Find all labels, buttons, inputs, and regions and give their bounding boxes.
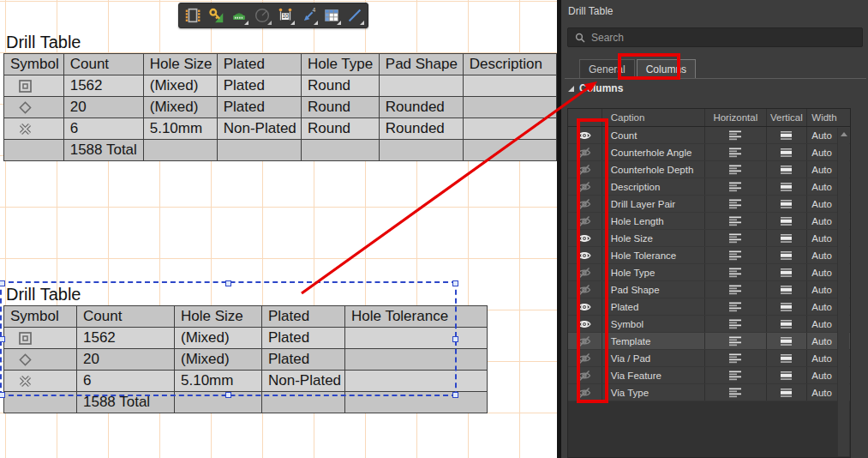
align-left-icon[interactable]: [705, 127, 767, 143]
align-left-icon[interactable]: [705, 281, 767, 298]
fanout-button[interactable]: 4: [296, 4, 320, 27]
align-left-icon[interactable]: [705, 350, 767, 366]
visibility-on-eye-icon[interactable]: [568, 316, 602, 332]
dropdown-corner-icon: [267, 21, 272, 25]
line-tool-button[interactable]: [343, 4, 366, 27]
pcb-canvas[interactable]: 104 Drill Table SymbolCountHole SizePlat…: [0, 0, 557, 458]
table-cell: Non-Plated: [217, 118, 301, 140]
grid-row[interactable]: Counterhole AngleAuto: [568, 144, 850, 161]
table-cell: [345, 328, 488, 349]
visibility-off-eye-icon[interactable]: [568, 178, 602, 195]
grid-scrollbar[interactable]: [837, 128, 849, 456]
align-middle-icon[interactable]: [767, 178, 808, 195]
align-middle-icon[interactable]: [767, 127, 808, 143]
visibility-on-eye-icon[interactable]: [568, 127, 602, 143]
align-middle-icon[interactable]: [767, 196, 808, 212]
align-left-icon[interactable]: [705, 213, 767, 229]
align-left-icon[interactable]: [705, 264, 767, 280]
grid-row[interactable]: DescriptionAuto: [568, 178, 850, 196]
visibility-on-eye-icon[interactable]: [568, 298, 602, 315]
align-left-icon[interactable]: [705, 178, 767, 195]
search-input[interactable]: Search: [567, 27, 863, 47]
via-stitching-button[interactable]: [227, 4, 250, 27]
align-middle-icon[interactable]: [767, 350, 808, 366]
table-row: 1562(Mixed)PlatedRound: [4, 75, 557, 97]
dimension-button[interactable]: 10: [273, 4, 296, 27]
align-left-icon[interactable]: [705, 144, 767, 160]
visibility-off-eye-icon[interactable]: [568, 264, 602, 280]
align-left-icon[interactable]: [705, 316, 767, 332]
align-middle-icon[interactable]: [767, 333, 808, 349]
align-middle-icon[interactable]: [767, 367, 808, 383]
visibility-on-eye-icon[interactable]: [568, 247, 602, 263]
visibility-off-eye-icon[interactable]: [568, 350, 602, 366]
visibility-off-eye-icon[interactable]: [568, 333, 602, 349]
align-middle-icon[interactable]: [767, 161, 808, 178]
table-cell: [262, 392, 345, 413]
total-cell: 1588 Total: [63, 140, 143, 161]
visibility-off-eye-icon[interactable]: [568, 144, 602, 160]
scroll-up-arrow-icon[interactable]: [841, 132, 847, 136]
table-button[interactable]: [320, 4, 343, 27]
visibility-off-eye-icon[interactable]: [568, 161, 602, 178]
table-cell: 6: [77, 371, 175, 392]
grid-row[interactable]: Via FeatureAuto: [568, 367, 850, 384]
grid-row[interactable]: PlatedAuto: [568, 298, 850, 316]
align-left-icon[interactable]: [705, 298, 767, 315]
table-row: 65.10mmNon-PlatedRoundRounded: [4, 118, 557, 140]
table-cell: [4, 392, 77, 413]
table-cell: 1562: [63, 75, 143, 97]
visibility-off-eye-icon[interactable]: [568, 196, 602, 212]
drill-table-object[interactable]: Drill Table SymbolCountHole SizePlatedHo…: [3, 33, 557, 161]
grid-row[interactable]: Hole SizeAuto: [568, 230, 850, 247]
align-left-icon[interactable]: [705, 333, 767, 349]
visibility-off-eye-icon[interactable]: [568, 367, 602, 383]
table-cell: Plated: [217, 97, 301, 118]
selection-handle[interactable]: [0, 280, 5, 286]
align-middle-icon[interactable]: [767, 384, 808, 401]
grid-row[interactable]: Drill Layer PairAuto: [568, 196, 850, 213]
drill-table-object-selected[interactable]: Drill Table SymbolCountHole SizePlatedHo…: [3, 285, 488, 413]
cross-symbol: [4, 118, 64, 140]
grid-row[interactable]: Via TypeAuto: [568, 384, 850, 401]
align-left-icon[interactable]: [705, 367, 767, 383]
align-left-icon[interactable]: [705, 161, 767, 178]
grid-row[interactable]: Counterhole DepthAuto: [568, 161, 850, 178]
grid-row[interactable]: Via / PadAuto: [568, 350, 850, 367]
grid-row[interactable]: SymbolAuto: [568, 316, 850, 333]
visibility-off-eye-icon[interactable]: [568, 384, 602, 401]
grid-row[interactable]: Hole ToleranceAuto: [568, 247, 850, 264]
grid-row[interactable]: CountAuto: [568, 127, 850, 144]
grid-row[interactable]: Pad ShapeAuto: [568, 281, 850, 298]
align-middle-icon[interactable]: [767, 144, 808, 160]
interactive-routing-button[interactable]: [204, 4, 227, 27]
align-left-icon[interactable]: [705, 196, 767, 212]
column-caption: Via / Pad: [602, 350, 705, 366]
align-left-icon[interactable]: [705, 230, 767, 246]
table-cell: Round: [301, 97, 379, 118]
align-left-icon[interactable]: [705, 384, 767, 401]
grid-row[interactable]: Hole LengthAuto: [568, 213, 850, 230]
tab-general[interactable]: General: [579, 59, 635, 79]
columns-section-header[interactable]: Columns: [567, 82, 623, 94]
grid-column-header: Vertical: [767, 109, 808, 126]
column-header: Hole Size: [143, 54, 217, 75]
table-cell: [217, 140, 301, 161]
align-middle-icon[interactable]: [767, 213, 808, 229]
visibility-off-eye-icon[interactable]: [568, 281, 602, 298]
align-left-icon[interactable]: [705, 247, 767, 263]
visibility-off-eye-icon[interactable]: [568, 213, 602, 229]
board-clipping-button[interactable]: [181, 4, 204, 27]
align-middle-icon[interactable]: [767, 230, 808, 246]
align-middle-icon[interactable]: [767, 264, 808, 280]
visibility-on-eye-icon[interactable]: [568, 230, 602, 246]
align-middle-icon[interactable]: [767, 281, 808, 298]
align-middle-icon[interactable]: [767, 298, 808, 315]
tab-columns[interactable]: Columns: [637, 59, 696, 79]
column-header: Hole Type: [301, 54, 379, 75]
grid-row[interactable]: TemplateAuto: [568, 333, 850, 350]
align-middle-icon[interactable]: [767, 316, 808, 332]
align-middle-icon[interactable]: [767, 247, 808, 263]
arc-tool-button[interactable]: [250, 4, 273, 27]
grid-row[interactable]: Hole TypeAuto: [568, 264, 850, 281]
